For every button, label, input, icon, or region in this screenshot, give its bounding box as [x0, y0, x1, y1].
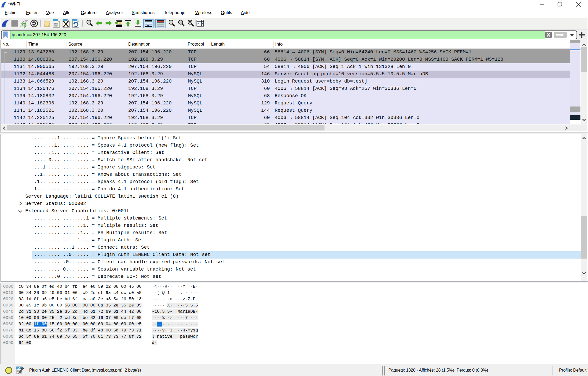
svg-text:0101: 0101 [54, 22, 58, 24]
svg-text:0011: 0011 [54, 26, 58, 28]
